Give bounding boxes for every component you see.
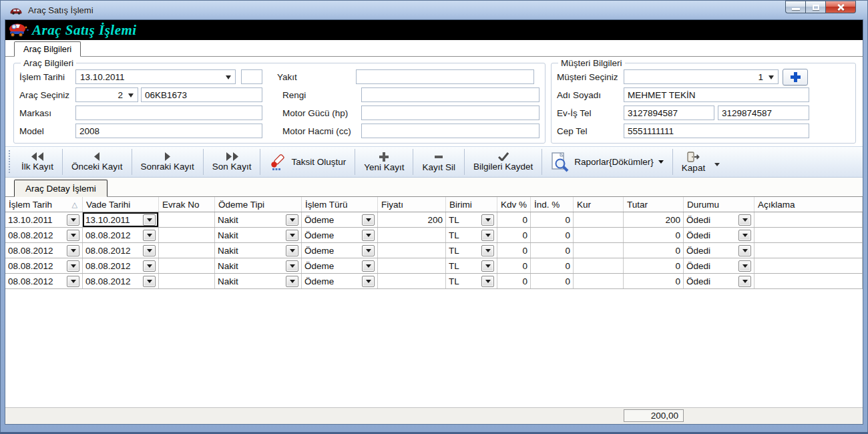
cell-dropdown-button[interactable] bbox=[286, 230, 298, 241]
grid-cell[interactable]: 08.08.2012 bbox=[5, 228, 83, 242]
adi-soyadi-field[interactable] bbox=[624, 87, 809, 102]
cell-dropdown-button[interactable] bbox=[67, 276, 79, 287]
toolbar-button-previous-record[interactable]: Önceki Kayıt bbox=[63, 147, 131, 177]
grid-cell[interactable] bbox=[159, 228, 215, 242]
toolbar-button-delete-record[interactable]: Kayıt Sil bbox=[414, 147, 463, 177]
cell-dropdown-button[interactable] bbox=[362, 260, 375, 272]
grid-cell[interactable]: 08.08.2012 bbox=[5, 274, 83, 288]
cell-dropdown-button[interactable] bbox=[67, 230, 79, 241]
grid-cell[interactable]: TL bbox=[446, 212, 497, 227]
is-tel-field[interactable] bbox=[718, 105, 809, 120]
grid-cell[interactable]: Ödeme bbox=[302, 212, 378, 227]
cell-dropdown-button[interactable] bbox=[67, 245, 79, 256]
model-field[interactable] bbox=[75, 124, 262, 138]
grid-cell[interactable] bbox=[378, 228, 446, 242]
cell-dropdown-button[interactable] bbox=[362, 230, 375, 241]
cell-dropdown-button[interactable] bbox=[738, 245, 751, 256]
grid-cell[interactable]: Nakit bbox=[215, 212, 302, 227]
grid-cell[interactable] bbox=[574, 258, 624, 273]
grid-cell[interactable] bbox=[754, 243, 863, 258]
column-header[interactable]: İşlem Türü bbox=[302, 197, 378, 212]
grid-cell[interactable]: 08.08.2012 bbox=[83, 228, 159, 242]
grid-cell[interactable]: 0 bbox=[497, 258, 531, 273]
cell-dropdown-button[interactable] bbox=[67, 260, 79, 272]
cell-dropdown-button[interactable] bbox=[143, 245, 156, 256]
cell-dropdown-button[interactable] bbox=[481, 230, 494, 241]
grid-cell[interactable]: 0 bbox=[624, 258, 684, 273]
grid-cell[interactable]: 0 bbox=[497, 212, 531, 227]
grid-cell[interactable]: 08.08.2012 bbox=[83, 243, 159, 258]
column-header[interactable]: İnd. % bbox=[531, 197, 574, 212]
cell-dropdown-button[interactable] bbox=[143, 214, 156, 226]
cell-dropdown-button[interactable] bbox=[143, 230, 156, 241]
grid-cell[interactable] bbox=[378, 258, 446, 273]
toolbar-overflow-button[interactable] bbox=[713, 147, 724, 177]
grid-cell[interactable] bbox=[159, 274, 215, 288]
grid-cell[interactable]: Nakit bbox=[215, 243, 302, 258]
grid-cell[interactable] bbox=[754, 274, 863, 288]
cell-dropdown-button[interactable] bbox=[143, 260, 156, 272]
cell-dropdown-button[interactable] bbox=[143, 276, 156, 287]
close-button[interactable] bbox=[825, 1, 856, 13]
grid-cell[interactable]: Ödedi bbox=[684, 243, 754, 258]
grid-cell[interactable] bbox=[754, 212, 863, 227]
column-header[interactable]: Fiyatı bbox=[378, 197, 446, 212]
ev-tel-field[interactable] bbox=[624, 105, 714, 120]
grid-cell[interactable]: 13.10.2011 bbox=[5, 212, 83, 227]
arac-seciniz-combo[interactable]: 2 bbox=[75, 87, 138, 102]
grid-cell[interactable]: 0 bbox=[624, 243, 684, 258]
toolbar-button-new-record[interactable]: Yeni Kayıt bbox=[356, 147, 412, 177]
yakit-field[interactable] bbox=[356, 69, 534, 84]
islem-tarihi-extra-box[interactable] bbox=[241, 69, 262, 84]
grid-cell[interactable]: Ödeme bbox=[302, 274, 378, 288]
toolbar-button-next-record[interactable]: Sonraki Kayıt bbox=[133, 147, 202, 177]
cell-dropdown-button[interactable] bbox=[286, 245, 298, 256]
grid-cell[interactable]: 200 bbox=[624, 212, 684, 227]
column-header[interactable]: Ödeme Tipi bbox=[215, 197, 302, 212]
grid-cell[interactable]: 0 bbox=[497, 243, 531, 258]
cep-tel-field[interactable] bbox=[624, 124, 809, 138]
title-bar[interactable]: Araç Satış İşlemi bbox=[0, 0, 868, 20]
grid-cell[interactable]: Ödedi bbox=[684, 212, 754, 227]
grid-cell[interactable] bbox=[159, 243, 215, 258]
markasi-field[interactable] bbox=[75, 105, 262, 120]
column-header[interactable]: Durumu bbox=[684, 197, 754, 212]
grid-cell[interactable] bbox=[159, 258, 215, 273]
grid-cell[interactable]: Nakit bbox=[215, 258, 302, 273]
grid-cell[interactable]: 0 bbox=[624, 228, 684, 242]
grid-cell[interactable]: 0 bbox=[531, 243, 574, 258]
grid-cell[interactable] bbox=[574, 274, 624, 288]
cell-dropdown-button[interactable] bbox=[481, 245, 494, 256]
cell-dropdown-button[interactable] bbox=[481, 276, 494, 287]
cell-dropdown-button[interactable] bbox=[481, 260, 494, 272]
grid-cell[interactable]: Ödeme bbox=[302, 243, 378, 258]
minimize-button[interactable] bbox=[785, 1, 805, 13]
column-header[interactable]: Açıklama bbox=[754, 197, 863, 212]
toolbar-button-last-record[interactable]: Son Kayıt bbox=[204, 147, 260, 177]
toolbar-button-exit-door[interactable]: Kapat bbox=[674, 147, 713, 177]
motor-gucu-field[interactable] bbox=[361, 105, 539, 120]
column-header[interactable]: Vade Tarihi bbox=[83, 197, 159, 212]
cell-dropdown-button[interactable] bbox=[362, 276, 375, 287]
tab-arac-bilgileri[interactable]: Araç Bilgileri bbox=[14, 41, 81, 57]
grid-cell[interactable] bbox=[754, 228, 863, 242]
plaka-field[interactable] bbox=[141, 87, 262, 102]
grid-cell[interactable]: Nakit bbox=[215, 228, 302, 242]
column-header[interactable]: Tutar bbox=[624, 197, 684, 212]
grid-cell[interactable]: TL bbox=[446, 228, 497, 242]
rengi-field[interactable] bbox=[361, 87, 539, 102]
grid-cell[interactable]: 08.08.2012 bbox=[5, 243, 83, 258]
motor-hacmi-field[interactable] bbox=[361, 124, 539, 138]
grid-cell[interactable]: Ödedi bbox=[684, 258, 754, 273]
grid-cell[interactable]: 0 bbox=[531, 228, 574, 242]
grid-cell[interactable]: 13.10.2011 bbox=[83, 212, 159, 227]
toolbar-button-reports[interactable]: Raporlar{Dökümler} bbox=[543, 147, 672, 177]
grid-cell[interactable]: Ödedi bbox=[684, 228, 754, 242]
grid-cell[interactable]: 0 bbox=[531, 212, 574, 227]
column-header[interactable]: Birimi bbox=[446, 197, 497, 212]
grid-cell[interactable]: Nakit bbox=[215, 274, 302, 288]
grid-cell[interactable] bbox=[574, 228, 624, 242]
cell-dropdown-button[interactable] bbox=[738, 214, 751, 226]
grid-cell[interactable]: 0 bbox=[531, 274, 574, 288]
cell-dropdown-button[interactable] bbox=[738, 260, 751, 272]
